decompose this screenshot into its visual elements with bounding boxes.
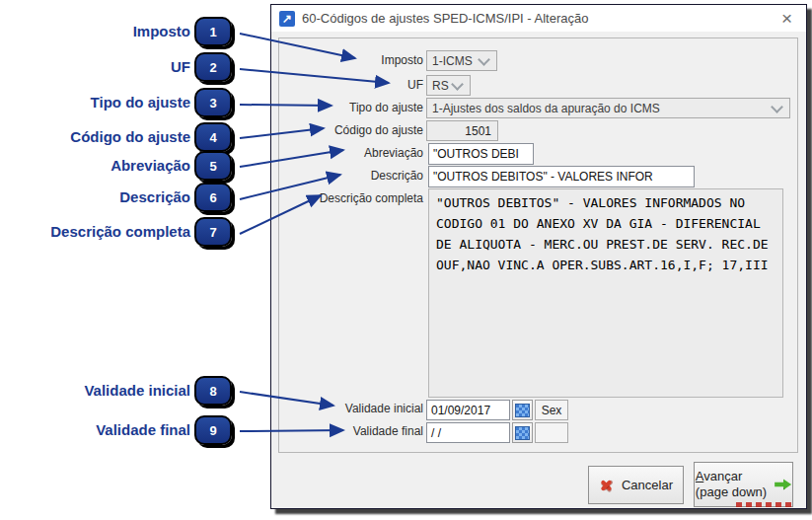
validade-inicial-input[interactable]: 01/09/2017 bbox=[426, 400, 510, 420]
next-button-sublabel: (page down) bbox=[696, 484, 767, 500]
dialog-titlebar: ↗ 60-Códigos de ajustes SPED-ICMS/IPI - … bbox=[271, 5, 806, 32]
imposto-value: 1-ICMS bbox=[432, 54, 473, 68]
annotation-badge-3: 3 bbox=[194, 88, 232, 117]
annotation-badge-9: 9 bbox=[194, 415, 232, 445]
validade-final-calendar-button[interactable] bbox=[512, 422, 533, 443]
calendar-icon bbox=[515, 404, 530, 417]
imposto-select[interactable]: 1-ICMS bbox=[426, 50, 497, 71]
tipo-do-ajuste-value: 1-Ajustes dos saldos da apuração do ICMS bbox=[432, 102, 660, 115]
field-label-tipo-do-ajuste: Tipo do ajuste bbox=[275, 101, 423, 114]
cancel-button-label: Cancelar bbox=[622, 478, 673, 492]
next-button-label: Avançar bbox=[696, 469, 742, 484]
next-button[interactable]: Avançar (page down) bbox=[694, 462, 793, 507]
codigo-do-ajuste-input[interactable]: 1501 bbox=[426, 120, 498, 141]
clipped-red-text bbox=[736, 502, 793, 507]
green-arrow-right-icon bbox=[775, 479, 791, 491]
validade-final-input[interactable]: / / bbox=[426, 422, 510, 443]
annotation-label-tipo-do-ajuste: Tipo do ajuste bbox=[0, 94, 190, 111]
uf-value: RS bbox=[432, 79, 449, 93]
annotation-badge-5: 5 bbox=[194, 151, 232, 181]
tipo-do-ajuste-select[interactable]: 1-Ajustes dos saldos da apuração do ICMS bbox=[426, 98, 790, 118]
field-label-validade-inicial: Validade inicial bbox=[275, 402, 423, 415]
annotation-badge-6: 6 bbox=[194, 183, 232, 212]
annotation-label-abreviacao: Abreviação bbox=[0, 157, 190, 174]
validade-inicial-calendar-button[interactable] bbox=[512, 400, 533, 420]
abreviacao-input[interactable]: "OUTROS DEBI bbox=[428, 143, 534, 165]
field-label-validade-final: Validade final bbox=[275, 424, 423, 438]
field-label-imposto: Imposto bbox=[275, 53, 423, 67]
field-label-abreviacao: Abreviação bbox=[275, 146, 423, 160]
validade-inicial-weekday: Sex bbox=[535, 400, 568, 420]
annotation-badge-7: 7 bbox=[194, 217, 232, 247]
next-button-text: Avançar (page down) bbox=[696, 469, 767, 500]
dialog-window: ↗ 60-Códigos de ajustes SPED-ICMS/IPI - … bbox=[270, 4, 807, 509]
chevron-down-icon bbox=[478, 53, 490, 66]
annotation-badge-2: 2 bbox=[194, 52, 232, 82]
dialog-title: 60-Códigos de ajustes SPED-ICMS/IPI - Al… bbox=[302, 11, 767, 26]
annotation-label-validade-inicial: Validade inicial bbox=[0, 382, 190, 399]
app-icon: ↗ bbox=[279, 11, 295, 27]
validade-final-weekday bbox=[535, 422, 568, 443]
annotation-badge-8: 8 bbox=[194, 376, 232, 406]
field-label-uf: UF bbox=[275, 78, 423, 92]
red-x-icon bbox=[599, 478, 614, 492]
page: Imposto UF Tipo do ajuste Código do ajus… bbox=[0, 0, 812, 520]
descricao-completa-textarea[interactable]: "OUTROS DEBITOS" - VALORES INFORMADOS NO… bbox=[428, 188, 783, 398]
annotation-badge-4: 4 bbox=[194, 122, 232, 152]
annotation-label-imposto: Imposto bbox=[0, 23, 190, 39]
annotation-label-codigo-do-ajuste: Código do ajuste bbox=[0, 128, 190, 145]
calendar-icon bbox=[515, 426, 530, 440]
annotation-label-descricao-completa: Descrição completa bbox=[0, 223, 190, 240]
descricao-input[interactable]: "OUTROS DEBITOS" - VALORES INFOR bbox=[428, 166, 695, 187]
field-label-codigo-do-ajuste: Código do ajuste bbox=[275, 123, 423, 137]
annotation-label-descricao: Descrição bbox=[0, 188, 190, 205]
uf-select[interactable]: RS bbox=[426, 75, 471, 96]
chevron-down-icon bbox=[771, 101, 783, 113]
annotation-label-uf: UF bbox=[0, 58, 190, 75]
annotation-label-validade-final: Validade final bbox=[0, 421, 190, 438]
annotation-badge-1: 1 bbox=[194, 17, 232, 46]
field-label-descricao: Descrição bbox=[275, 169, 423, 183]
chevron-down-icon bbox=[451, 78, 464, 91]
cancel-button[interactable]: Cancelar bbox=[588, 466, 684, 504]
field-label-descricao-completa: Descrição completa bbox=[275, 191, 423, 205]
close-icon[interactable]: × bbox=[774, 9, 800, 28]
